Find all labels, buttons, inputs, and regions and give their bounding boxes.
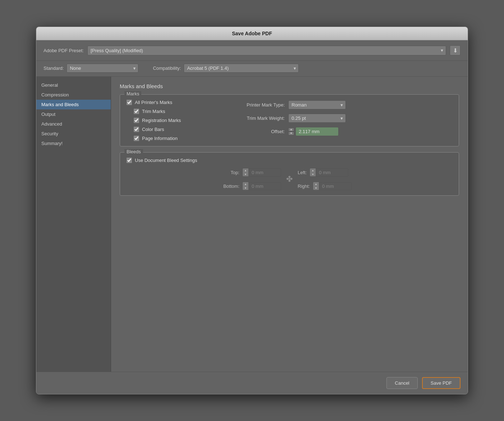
offset-spinner: ▲ ▼ <box>288 128 294 135</box>
compatibility-label: Compatibility: <box>153 65 181 71</box>
use-document-bleed-checkbox[interactable] <box>127 158 132 163</box>
trim-marks-row: Trim Marks <box>134 109 220 114</box>
page-information-row: Page Information <box>134 136 220 141</box>
save-pdf-button[interactable]: Save PDF <box>422 377 461 389</box>
bottom-spinner: ▲ ▼ <box>242 182 249 190</box>
right-spin-down[interactable]: ▼ <box>313 186 319 190</box>
all-printers-marks-label: All Printer's Marks <box>135 100 172 105</box>
title-bar: Save Adobe PDF <box>36 27 468 40</box>
sidebar: General Compression Marks and Bleeds Out… <box>36 77 111 372</box>
standard-select[interactable]: None <box>67 64 138 73</box>
right-field: Right: ▲ ▼ <box>298 182 352 190</box>
registration-marks-checkbox[interactable] <box>134 118 139 123</box>
left-input[interactable] <box>316 168 348 177</box>
bleed-left-col: Top: ▲ ▼ Bottom: <box>127 168 281 190</box>
link-icon-center: ✤ <box>286 175 293 184</box>
standard-field: Standard: None ▼ <box>43 64 138 73</box>
offset-spin-up[interactable]: ▲ <box>288 128 294 131</box>
left-spin-up[interactable]: ▲ <box>310 168 316 172</box>
right-spinner: ▲ ▼ <box>313 182 319 190</box>
toolbar-row1: Adobe PDF Preset: [Press Quality] (Modif… <box>36 40 468 61</box>
left-input-wrap: ▲ ▼ <box>310 168 348 177</box>
sidebar-item-compression[interactable]: Compression <box>36 90 111 100</box>
compatibility-select[interactable]: Acrobat 5 (PDF 1.4) <box>184 64 299 73</box>
bleed-right-col: Left: ▲ ▼ Right: <box>298 168 452 190</box>
right-spin-up[interactable]: ▲ <box>313 182 319 186</box>
bottom-input-wrap: ▲ ▼ <box>242 182 281 190</box>
printer-mark-type-select[interactable]: Roman Default <box>288 100 346 109</box>
top-spinner: ▲ ▼ <box>242 168 249 177</box>
printer-mark-type-label: Printer Mark Type: <box>231 102 285 108</box>
printer-mark-type-row: Printer Mark Type: Roman Default ▼ <box>231 100 452 109</box>
top-spin-up[interactable]: ▲ <box>243 168 248 172</box>
content-area: Marks and Bleeds Marks All Printer's Mar… <box>111 77 468 372</box>
trim-marks-checkbox[interactable] <box>134 109 139 114</box>
color-bars-label: Color Bars <box>142 127 164 132</box>
download-button[interactable]: ⬇ <box>450 45 461 55</box>
top-field: Top: ▲ ▼ <box>230 168 281 177</box>
top-spin-down[interactable]: ▼ <box>243 172 248 176</box>
left-spinner: ▲ ▼ <box>310 168 316 177</box>
section-title: Marks and Bleeds <box>120 83 459 89</box>
page-information-label: Page Information <box>142 136 178 141</box>
trim-mark-weight-label: Trim Mark Weight: <box>231 116 285 121</box>
bottom-label: Bottom: <box>223 184 239 189</box>
registration-marks-label: Registration Marks <box>142 118 181 123</box>
right-input-wrap: ▲ ▼ <box>313 182 352 190</box>
color-bars-checkbox[interactable] <box>134 127 139 132</box>
marks-left: All Printer's Marks Trim Marks Registrat… <box>127 100 220 141</box>
save-pdf-dialog: Save Adobe PDF Adobe PDF Preset: [Press … <box>36 27 468 394</box>
preset-select-wrap: [Press Quality] (Modified) ▼ <box>87 46 446 55</box>
sidebar-item-marks-and-bleeds[interactable]: Marks and Bleeds <box>36 100 111 109</box>
footer: Cancel Save PDF <box>36 372 468 394</box>
trim-marks-label: Trim Marks <box>142 109 165 114</box>
offset-input[interactable] <box>295 127 339 136</box>
bottom-input[interactable] <box>249 182 281 190</box>
offset-label: Offset: <box>231 129 285 134</box>
link-icon: ✤ <box>286 175 293 184</box>
download-icon: ⬇ <box>453 47 458 54</box>
marks-right: Printer Mark Type: Roman Default ▼ <box>220 100 452 141</box>
trim-mark-weight-select[interactable]: 0.25 pt 0.5 pt 1.0 pt <box>288 114 346 123</box>
top-input-wrap: ▲ ▼ <box>242 168 281 177</box>
bleeds-group: Bleeds Use Document Bleed Settings Top: <box>120 152 459 196</box>
bottom-spin-down[interactable]: ▼ <box>243 186 248 190</box>
compatibility-field: Compatibility: Acrobat 5 (PDF 1.4) ▼ <box>153 64 299 73</box>
compatibility-select-wrap: Acrobat 5 (PDF 1.4) ▼ <box>184 64 299 73</box>
marks-group: Marks All Printer's Marks Trim Marks <box>120 94 459 146</box>
sidebar-item-output[interactable]: Output <box>36 109 111 119</box>
left-field: Left: ▲ ▼ <box>298 168 348 177</box>
all-printers-marks-checkbox[interactable] <box>127 100 132 105</box>
sub-checks: Trim Marks Registration Marks Color Bars <box>134 109 220 141</box>
all-printers-marks-row: All Printer's Marks <box>127 100 220 105</box>
registration-marks-row: Registration Marks <box>134 118 220 123</box>
sidebar-item-general[interactable]: General <box>36 80 111 90</box>
bleed-fields: Top: ▲ ▼ Bottom: <box>127 168 452 190</box>
right-input[interactable] <box>319 182 352 190</box>
color-bars-row: Color Bars <box>134 127 220 132</box>
sidebar-item-security[interactable]: Security <box>36 129 111 139</box>
marks-group-label: Marks <box>124 91 141 96</box>
bottom-field: Bottom: ▲ ▼ <box>223 182 281 190</box>
right-label: Right: <box>298 184 310 189</box>
dialog-title: Save Adobe PDF <box>232 31 272 36</box>
bottom-spin-up[interactable]: ▲ <box>243 182 248 186</box>
offset-input-wrap: ▲ ▼ <box>288 127 339 136</box>
use-document-bleed-row: Use Document Bleed Settings <box>127 158 452 163</box>
sidebar-item-summary[interactable]: Summary! <box>36 139 111 148</box>
sidebar-item-advanced[interactable]: Advanced <box>36 119 111 129</box>
main-body: General Compression Marks and Bleeds Out… <box>36 77 468 372</box>
cancel-button[interactable]: Cancel <box>386 377 417 389</box>
toolbar-row2: Standard: None ▼ Compatibility: Acrobat … <box>36 61 468 77</box>
left-spin-down[interactable]: ▼ <box>310 172 316 176</box>
marks-grid: All Printer's Marks Trim Marks Registrat… <box>127 100 452 141</box>
standard-select-wrap: None ▼ <box>67 64 138 73</box>
use-document-bleed-label: Use Document Bleed Settings <box>135 158 197 163</box>
standard-label: Standard: <box>43 65 64 71</box>
top-input[interactable] <box>249 168 281 177</box>
offset-spin-down[interactable]: ▼ <box>288 132 294 135</box>
preset-label: Adobe PDF Preset: <box>43 48 84 53</box>
trim-mark-weight-row: Trim Mark Weight: 0.25 pt 0.5 pt 1.0 pt … <box>231 114 452 123</box>
page-information-checkbox[interactable] <box>134 136 139 141</box>
preset-select[interactable]: [Press Quality] (Modified) <box>87 46 446 55</box>
